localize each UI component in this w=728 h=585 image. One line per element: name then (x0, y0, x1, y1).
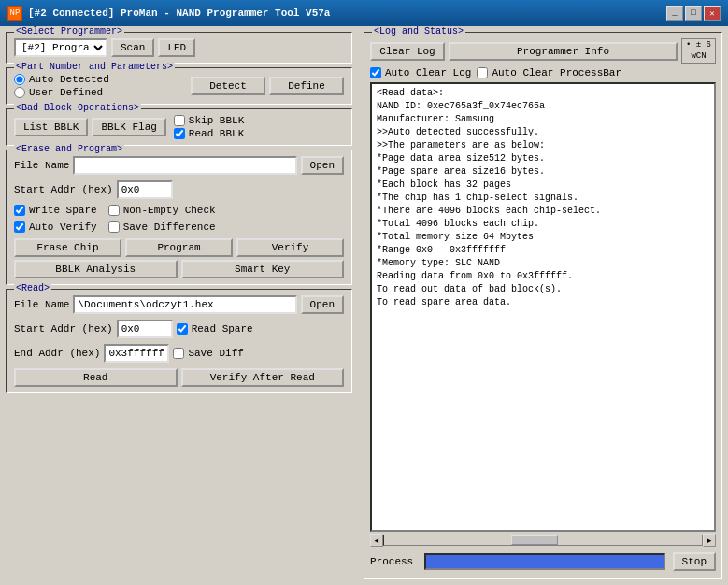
non-empty-checkbox[interactable] (108, 205, 120, 216)
read-bblk-checkbox[interactable] (174, 128, 185, 139)
process-block-2 (445, 555, 462, 568)
maximize-button[interactable]: □ (685, 6, 702, 21)
programmer-info-button[interactable]: Programmer Info (449, 42, 678, 61)
process-block-3 (464, 555, 480, 568)
read-open-button[interactable]: Open (301, 295, 344, 314)
verify-button[interactable]: Verify (236, 238, 344, 257)
process-fill (426, 555, 664, 568)
stop-button[interactable]: Stop (673, 552, 716, 571)
scroll-right-arrow[interactable]: ► (703, 534, 716, 547)
non-empty-label[interactable]: Non-Empty Check (108, 205, 216, 216)
program-button[interactable]: Program (125, 238, 233, 257)
auto-clear-process-label[interactable]: Auto Clear ProcessBar (477, 67, 621, 78)
bblk-analysis-button[interactable]: BBLK Analysis (14, 260, 178, 278)
auto-clear-log-label[interactable]: Auto Clear Log (370, 67, 471, 78)
read-spare-label[interactable]: Read Spare (177, 323, 253, 335)
auto-detected-radio[interactable] (14, 74, 25, 85)
save-diff-checkbox[interactable] (108, 221, 120, 233)
log-top-row: Clear Log Programmer Info • ± 6 wCN (370, 38, 716, 64)
part-number-label: <Part Number and Parameters> (14, 62, 175, 72)
list-bblk-button[interactable]: List BBLK (14, 118, 88, 136)
bad-block-group: <Bad Block Operations> List BBLK BBLK Fl… (6, 108, 352, 146)
ep-startaddr-input[interactable] (117, 180, 173, 199)
process-label: Process (370, 556, 417, 567)
h-scroll-track[interactable] (383, 535, 703, 546)
process-bar (424, 553, 665, 570)
save-diff-label[interactable]: Save Difference (108, 221, 216, 233)
part-number-group: <Part Number and Parameters> Auto Detect… (6, 67, 352, 105)
process-bar-container: Process Stop (370, 550, 716, 573)
read-endaddr-input[interactable] (104, 344, 169, 363)
auto-detected-radio-label[interactable]: Auto Detected (14, 74, 109, 85)
ep-open-button[interactable]: Open (301, 156, 344, 175)
log-options-row: Auto Clear Log Auto Clear ProcessBar (370, 67, 716, 78)
bad-block-label: <Bad Block Operations> (14, 103, 141, 113)
smart-key-button[interactable]: Smart Key (181, 260, 345, 278)
status-indicator: • ± 6 wCN (681, 38, 716, 64)
minimize-button[interactable]: _ (666, 6, 683, 21)
ep-startaddr-label: Start Addr (hex) (14, 184, 113, 195)
erase-chip-button[interactable]: Erase Chip (14, 238, 121, 257)
window-controls: _ □ ✕ (666, 6, 721, 21)
auto-verify-label[interactable]: Auto Verify (14, 221, 97, 233)
erase-program-group: <Erase and Program> File Name Open Start… (6, 150, 352, 285)
read-startaddr-input[interactable] (117, 320, 173, 338)
app-icon: NP (7, 6, 22, 21)
title-bar: NP [#2 Connected] ProMan - NAND Programm… (0, 0, 728, 26)
skip-bblk-checkbox[interactable] (174, 115, 185, 126)
user-defined-radio-label[interactable]: User Defined (14, 87, 109, 98)
read-savediff-checkbox[interactable] (173, 348, 184, 359)
auto-verify-checkbox[interactable] (14, 221, 25, 233)
read-spare-checkbox[interactable] (177, 323, 188, 335)
write-spare-label[interactable]: Write Spare (14, 205, 97, 216)
write-spare-checkbox[interactable] (14, 205, 25, 216)
read-filename-label: File Name (14, 299, 69, 310)
user-defined-radio[interactable] (14, 87, 25, 98)
define-button[interactable]: Define (269, 77, 344, 95)
select-programmer-label: <Select Programmer> (14, 26, 124, 36)
select-programmer-group: <Select Programmer> [#2] Program Scan LE… (6, 32, 352, 64)
read-group: <Read> File Name Open Start Addr (hex) R… (6, 289, 352, 393)
scan-button[interactable]: Scan (111, 38, 154, 57)
read-filename-input[interactable] (73, 295, 296, 314)
clear-log-button[interactable]: Clear Log (370, 42, 445, 61)
close-button[interactable]: ✕ (704, 6, 721, 21)
erase-program-label: <Erase and Program> (14, 144, 124, 154)
read-button[interactable]: Read (14, 368, 178, 387)
read-endaddr-label: End Addr (hex) (14, 348, 100, 359)
programmer-select[interactable]: [#2] Program (14, 38, 107, 57)
ep-filename-input[interactable] (73, 156, 296, 175)
led-button[interactable]: LED (158, 38, 195, 57)
h-scroll-thumb[interactable] (511, 535, 558, 545)
skip-bblk-label[interactable]: Skip BBLK (174, 115, 244, 126)
window-title: [#2 Connected] ProMan - NAND Programmer … (28, 7, 330, 19)
read-startaddr-label: Start Addr (hex) (14, 323, 113, 335)
h-scrollbar[interactable]: ◄ ► (370, 534, 716, 547)
bblk-flag-button[interactable]: BBLK Flag (92, 118, 165, 136)
auto-clear-log-checkbox[interactable] (370, 67, 381, 78)
verify-after-read-button[interactable]: Verify After Read (181, 368, 345, 387)
detect-button[interactable]: Detect (191, 77, 265, 95)
read-group-label: <Read> (14, 283, 51, 293)
log-text-area[interactable]: <Read data>: NAND ID: 0xec765a3f_0x74ec7… (370, 82, 716, 532)
process-block-1 (426, 555, 443, 568)
scroll-left-arrow[interactable]: ◄ (370, 534, 383, 547)
ep-filename-label: File Name (14, 160, 69, 171)
read-savediff-label[interactable]: Save Diff (173, 348, 243, 359)
read-bblk-label[interactable]: Read BBLK (174, 128, 244, 139)
auto-clear-process-checkbox[interactable] (477, 67, 488, 78)
log-status-label: <Log and Status> (372, 26, 465, 36)
